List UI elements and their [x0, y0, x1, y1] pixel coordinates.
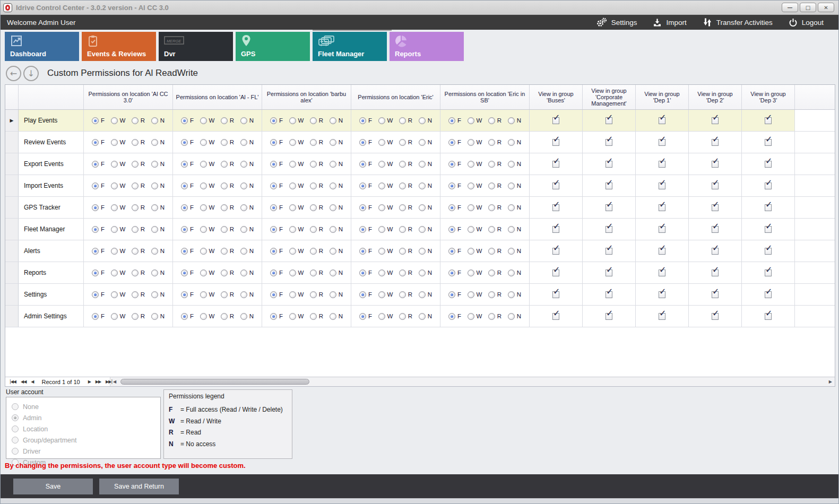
permission-radio-w[interactable]: W [378, 226, 393, 233]
permission-radio-f[interactable]: F [92, 183, 105, 189]
permission-radio-r[interactable]: R [221, 226, 234, 233]
view-checkbox[interactable]: ✓ [765, 161, 772, 168]
permission-radio-r[interactable]: R [488, 248, 501, 255]
view-checkbox[interactable]: ✓ [552, 248, 559, 255]
permission-radio-n[interactable]: N [151, 139, 165, 146]
permission-radio-n[interactable]: N [240, 161, 254, 168]
permission-radio-w[interactable]: W [111, 270, 126, 276]
view-checkbox[interactable]: ✓ [606, 117, 612, 124]
permission-radio-w[interactable]: W [468, 161, 482, 168]
view-checkbox[interactable]: ✓ [712, 183, 719, 189]
permission-radio-n[interactable]: N [508, 139, 521, 146]
view-checkbox[interactable]: ✓ [552, 204, 559, 211]
permission-radio-w[interactable]: W [111, 204, 126, 211]
permission-radio-n[interactable]: N [330, 183, 343, 189]
permission-radio-w[interactable]: W [378, 139, 393, 146]
permission-radio-r[interactable]: R [132, 139, 145, 146]
permission-radio-f[interactable]: F [448, 291, 461, 298]
permission-radio-n[interactable]: N [240, 139, 254, 146]
permission-radio-n[interactable]: N [419, 161, 432, 168]
transfer-activities-button[interactable]: Transfer Activities [703, 18, 773, 27]
view-checkbox[interactable]: ✓ [712, 204, 719, 211]
hscroll-thumb[interactable] [120, 379, 309, 385]
permission-radio-n[interactable]: N [508, 226, 521, 233]
view-checkbox[interactable]: ✓ [659, 139, 665, 146]
view-checkbox[interactable]: ✓ [712, 226, 719, 233]
view-checkbox[interactable]: ✓ [606, 183, 612, 189]
permission-radio-r[interactable]: R [310, 139, 323, 146]
permission-radio-f[interactable]: F [181, 226, 194, 233]
permission-radio-f[interactable]: F [181, 313, 194, 320]
permission-radio-r[interactable]: R [488, 226, 501, 233]
permission-radio-f[interactable]: F [448, 183, 461, 189]
horizontal-scrollbar[interactable] [119, 378, 825, 386]
permission-radio-w[interactable]: W [468, 313, 482, 320]
tab-fleet-manager[interactable]: Fleet Manager [313, 32, 387, 61]
permission-radio-w[interactable]: W [468, 139, 482, 146]
permission-radio-r[interactable]: R [399, 313, 412, 320]
view-checkbox[interactable]: ✓ [765, 183, 772, 189]
permission-radio-f[interactable]: F [181, 161, 194, 168]
permission-radio-n[interactable]: N [240, 291, 254, 298]
permission-radio-r[interactable]: R [132, 226, 145, 233]
permission-radio-r[interactable]: R [221, 313, 234, 320]
view-checkbox[interactable]: ✓ [606, 161, 612, 168]
permission-radio-r[interactable]: R [399, 183, 412, 189]
permission-radio-w[interactable]: W [378, 313, 393, 320]
permission-radio-r[interactable]: R [310, 226, 323, 233]
view-checkbox[interactable]: ✓ [659, 161, 665, 168]
permission-radio-f[interactable]: F [359, 226, 372, 233]
permission-radio-r[interactable]: R [132, 313, 145, 320]
view-checkbox[interactable]: ✓ [659, 270, 665, 276]
permission-radio-n[interactable]: N [419, 270, 432, 276]
permission-radio-n[interactable]: N [419, 183, 432, 189]
permission-radio-w[interactable]: W [200, 291, 215, 298]
permission-radio-f[interactable]: F [448, 139, 461, 146]
permission-radio-f[interactable]: F [359, 117, 372, 124]
view-checkbox[interactable]: ✓ [606, 291, 612, 298]
permission-radio-r[interactable]: R [132, 270, 145, 276]
view-checkbox[interactable]: ✓ [659, 291, 665, 298]
permission-radio-f[interactable]: F [448, 204, 461, 211]
permission-radio-w[interactable]: W [200, 139, 215, 146]
view-checkbox[interactable]: ✓ [552, 313, 559, 320]
permission-radio-n[interactable]: N [508, 291, 521, 298]
permission-radio-n[interactable]: N [240, 117, 254, 124]
permission-radio-f[interactable]: F [448, 117, 461, 124]
permission-radio-n[interactable]: N [240, 183, 254, 189]
view-checkbox[interactable]: ✓ [712, 291, 719, 298]
permission-radio-r[interactable]: R [399, 226, 412, 233]
permission-radio-r[interactable]: R [221, 248, 234, 255]
permission-radio-f[interactable]: F [359, 313, 372, 320]
view-checkbox[interactable]: ✓ [659, 204, 665, 211]
permission-radio-r[interactable]: R [399, 161, 412, 168]
permission-radio-w[interactable]: W [468, 226, 482, 233]
permission-radio-f[interactable]: F [92, 248, 105, 255]
permission-radio-r[interactable]: R [221, 291, 234, 298]
permission-radio-n[interactable]: N [508, 183, 521, 189]
permission-radio-n[interactable]: N [419, 204, 432, 211]
permission-radio-n[interactable]: N [330, 161, 343, 168]
hscroll-right-arrow[interactable]: ▶ [829, 379, 832, 384]
permission-radio-n[interactable]: N [419, 313, 432, 320]
permission-radio-w[interactable]: W [289, 204, 304, 211]
permission-radio-n[interactable]: N [330, 270, 343, 276]
permission-radio-w[interactable]: W [200, 204, 215, 211]
user-account-option-location[interactable]: Location [12, 423, 160, 435]
permission-radio-f[interactable]: F [270, 139, 283, 146]
view-checkbox[interactable]: ✓ [606, 313, 612, 320]
permission-radio-n[interactable]: N [151, 226, 165, 233]
permission-radio-n[interactable]: N [151, 183, 165, 189]
permission-radio-f[interactable]: F [92, 204, 105, 211]
permission-radio-f[interactable]: F [359, 139, 372, 146]
view-checkbox[interactable]: ✓ [606, 139, 612, 146]
permission-radio-n[interactable]: N [151, 161, 165, 168]
permission-radio-f[interactable]: F [181, 270, 194, 276]
settings-button[interactable]: Settings [596, 18, 637, 27]
permission-radio-r[interactable]: R [310, 313, 323, 320]
view-checkbox[interactable]: ✓ [712, 161, 719, 168]
view-checkbox[interactable]: ✓ [712, 248, 719, 255]
permission-radio-f[interactable]: F [270, 248, 283, 255]
tab-events-reviews[interactable]: Events & Reviews [82, 32, 156, 61]
permission-radio-w[interactable]: W [378, 183, 393, 189]
